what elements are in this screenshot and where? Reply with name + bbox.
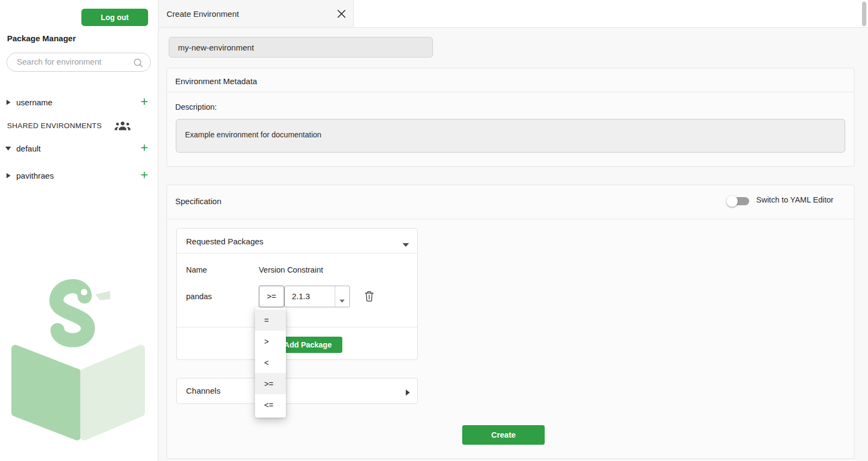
namespace-label: username bbox=[16, 98, 53, 107]
operator-option[interactable]: < bbox=[255, 352, 286, 373]
column-header-name: Name bbox=[186, 266, 207, 274]
add-environment-button[interactable]: + bbox=[141, 142, 148, 154]
sidebar-item-pavithraes[interactable]: pavithraes + bbox=[0, 168, 158, 183]
specification-title: Specification bbox=[175, 197, 221, 206]
version-value: 2.1.3 bbox=[292, 292, 310, 301]
divider bbox=[167, 219, 854, 219]
app-root: Log out Package Manager username + SHARE… bbox=[0, 0, 868, 461]
add-environment-button[interactable]: + bbox=[141, 169, 148, 181]
description-input[interactable]: Example environment for documentation bbox=[176, 119, 845, 153]
operator-option[interactable]: = bbox=[255, 310, 286, 331]
scrollbar-thumb[interactable] bbox=[862, 2, 866, 26]
namespace-label: pavithraes bbox=[16, 171, 54, 180]
expand-icon[interactable] bbox=[405, 388, 410, 398]
logout-button[interactable]: Log out bbox=[81, 9, 148, 26]
search-icon bbox=[133, 58, 143, 70]
tab-title: Create Environment bbox=[167, 9, 239, 18]
version-operator-menu: = > < >= <= bbox=[255, 307, 286, 418]
environment-search[interactable] bbox=[7, 53, 151, 72]
channels-title: Channels bbox=[186, 386, 220, 395]
chevron-down-icon[interactable] bbox=[0, 146, 16, 151]
version-operator-select[interactable]: >= bbox=[259, 286, 284, 307]
channels-accordion[interactable]: Channels bbox=[176, 378, 418, 404]
create-button[interactable]: Create bbox=[462, 425, 545, 445]
namespace-label: default bbox=[16, 144, 41, 153]
divider bbox=[177, 327, 417, 327]
yaml-editor-toggle-group: Switch to YAML Editor bbox=[723, 192, 859, 208]
requested-packages-title: Requested Packages bbox=[186, 237, 264, 246]
app-title: Package Manager bbox=[7, 34, 76, 43]
sidebar-item-default[interactable]: default + bbox=[0, 141, 158, 156]
sidebar: Log out Package Manager username + SHARE… bbox=[0, 0, 158, 461]
tab-create-environment[interactable]: Create Environment bbox=[158, 0, 354, 27]
top-bar: Create Environment bbox=[158, 0, 868, 28]
shared-environments-label: SHARED ENVIRONMENTS bbox=[7, 122, 101, 130]
collapse-icon[interactable] bbox=[402, 239, 410, 249]
environment-metadata-card: Environment Metadata Description: Exampl… bbox=[167, 68, 854, 167]
groups-icon bbox=[114, 120, 131, 131]
close-icon[interactable] bbox=[337, 9, 346, 18]
yaml-editor-toggle-knob[interactable] bbox=[726, 195, 738, 207]
yaml-editor-toggle-label: Switch to YAML Editor bbox=[756, 195, 833, 204]
sidebar-item-username[interactable]: username + bbox=[0, 94, 158, 110]
add-environment-button[interactable]: + bbox=[141, 96, 148, 108]
operator-option[interactable]: >= bbox=[255, 373, 286, 394]
divider bbox=[335, 286, 335, 307]
chevron-right-icon[interactable] bbox=[0, 99, 16, 105]
environment-name-input[interactable] bbox=[169, 37, 433, 58]
requested-packages-accordion: Requested Packages Name Version Constrai… bbox=[176, 228, 418, 360]
chevron-right-icon[interactable] bbox=[0, 173, 16, 179]
shared-environments-header: SHARED ENVIRONMENTS bbox=[7, 118, 151, 132]
description-label: Description: bbox=[175, 103, 217, 111]
version-value-select[interactable]: 2.1.3 bbox=[284, 286, 350, 307]
delete-package-button[interactable] bbox=[364, 291, 375, 302]
conda-store-logo bbox=[10, 262, 146, 441]
search-input[interactable] bbox=[17, 57, 132, 66]
divider bbox=[167, 92, 854, 92]
chevron-down-icon[interactable] bbox=[339, 295, 345, 305]
operator-option[interactable]: > bbox=[255, 331, 286, 352]
column-header-version: Version Constraint bbox=[259, 266, 323, 274]
divider bbox=[177, 253, 417, 254]
operator-option[interactable]: <= bbox=[255, 394, 286, 415]
metadata-title: Environment Metadata bbox=[175, 77, 257, 86]
package-name: pandas bbox=[186, 292, 212, 301]
